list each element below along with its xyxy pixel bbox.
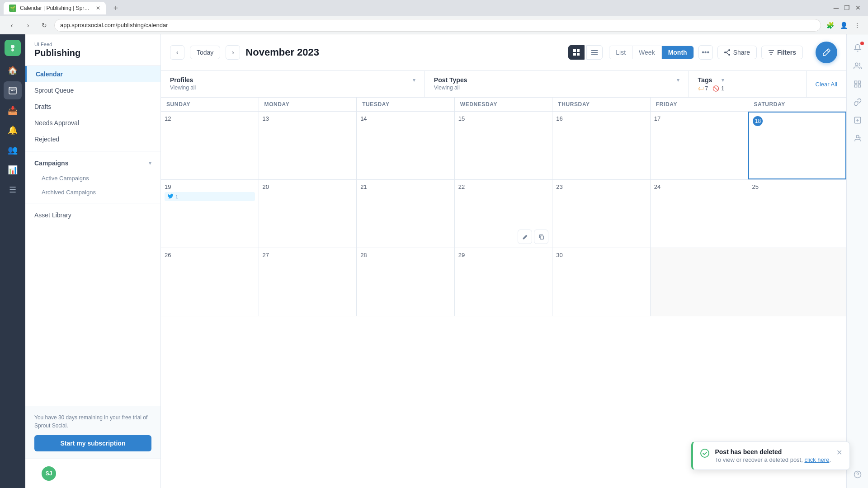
cell-date-24: 24 [654,183,745,190]
calendar-cell-17[interactable]: 17 [651,112,749,179]
compose-button[interactable] [816,42,837,63]
calendar-cell-22[interactable]: 22 [455,180,553,248]
forward-button[interactable]: › [22,19,34,32]
calendar-cell-16[interactable]: 16 [552,112,651,179]
calendar-cell-20[interactable]: 20 [259,180,357,248]
nav-calendar-icon[interactable] [4,81,22,99]
profile-icon[interactable]: 👤 [838,20,849,31]
edit-post-button[interactable] [518,230,532,244]
address-bar[interactable]: app.sproutsocial.com/publishing/calendar [54,19,821,32]
right-panel-add-icon[interactable] [849,112,866,128]
copy-post-button[interactable] [534,230,548,244]
nav-home-icon[interactable]: 🏠 [4,61,22,80]
right-panel-help-icon[interactable] [849,466,866,483]
check-circle-icon [700,449,709,458]
more-options-button[interactable]: ••• [698,45,713,60]
nav-list-icon[interactable]: ☰ [4,181,22,199]
sidebar-item-sprout-queue[interactable]: Sprout Queue [25,82,160,99]
twitter-icon [167,193,174,200]
calendar-cell-14[interactable]: 14 [357,112,455,179]
nav-people-icon[interactable]: 👥 [4,141,22,159]
list-view-option[interactable]: List [609,46,632,59]
right-panel-user-icon[interactable] [849,130,866,146]
calendar-cell-30[interactable]: 30 [552,248,651,316]
user-avatar[interactable]: SJ [42,466,56,481]
toast-link[interactable]: click here [804,456,829,463]
nav-chart-icon[interactable]: 📊 [4,161,22,179]
sidebar-item-active-campaigns[interactable]: Active Campaigns [25,171,160,185]
calendar-cell-empty-2[interactable] [748,248,846,316]
right-panel-people-icon[interactable] [849,58,866,74]
calendar-cell-18[interactable]: 18 [748,112,846,179]
calendar-cell-24[interactable]: 24 [651,180,749,248]
sidebar-item-rejected[interactable]: Rejected [25,131,160,147]
calendar-cell-26[interactable]: 26 [161,248,259,316]
filter-row-inner: Profiles ▾ Viewing all Post Types ▾ View… [161,71,846,97]
nav-divider-2 [25,203,160,203]
extensions-icon[interactable]: 🧩 [825,20,835,31]
menu-icon[interactable]: ⋮ [852,20,863,31]
calendar-cell-empty-1[interactable] [651,248,749,316]
calendar-cell-28[interactable]: 28 [357,248,455,316]
calendar-cell-25[interactable]: 25 [748,180,846,248]
sidebar-item-asset-library[interactable]: Asset Library [25,207,160,223]
list-view-button[interactable] [586,45,603,60]
nav-bell-icon[interactable]: 🔔 [4,121,22,139]
sidebar-item-drafts[interactable]: Drafts [25,99,160,115]
calendar-cell-27[interactable]: 27 [259,248,357,316]
app-logo[interactable] [5,40,21,56]
next-month-button[interactable]: › [226,45,240,60]
calendar-cell-21[interactable]: 21 [357,180,455,248]
right-panel-link-icon[interactable] [849,94,866,110]
calendar-cell-12[interactable]: 12 [161,112,259,179]
browser-nav: ‹ › ↻ app.sproutsocial.com/publishing/ca… [0,16,868,34]
compose-icon [821,47,831,57]
sidebar-item-calendar[interactable]: Calendar [25,66,160,82]
start-subscription-button[interactable]: Start my subscription [34,435,151,451]
grid-view-button[interactable] [568,45,585,60]
calendar-cell-19[interactable]: 19 1 [161,180,259,248]
calendar-grid: Sunday Monday Tuesday Wednesday Thursday… [161,98,846,488]
refresh-button[interactable]: ↻ [38,19,51,32]
filters-button[interactable]: Filters [761,46,803,59]
close-button[interactable]: ✕ [855,4,861,12]
tag-chip-1: 🏷 7 [698,85,708,92]
tab-close-icon[interactable]: ✕ [96,5,100,11]
browser-tab[interactable]: 🌱 Calendar | Publishing | Sprout S... ✕ [4,2,106,14]
notifications-button[interactable] [849,40,866,56]
nav-inbox-icon[interactable]: 📥 [4,101,22,119]
minimize-button[interactable]: ─ [834,4,839,12]
calendar-cell-13[interactable]: 13 [259,112,357,179]
svg-rect-14 [591,54,598,55]
campaigns-section-header[interactable]: Campaigns ▾ [25,155,160,171]
sidebar-item-archived-campaigns[interactable]: Archived Campaigns [25,185,160,199]
share-button[interactable]: Share [717,46,757,59]
grid-icon [854,80,862,88]
post-types-filter[interactable]: Post Types ▾ Viewing all [425,71,689,97]
tags-filter[interactable]: Tags ▾ 🏷 7 🚫 1 [689,71,807,97]
calendar-toolbar: ‹ Today › November 2023 List Week Month [161,34,846,71]
today-button[interactable]: Today [190,46,220,59]
right-panel-grid-icon[interactable] [849,76,866,92]
svg-rect-28 [854,85,857,87]
svg-rect-9 [577,49,580,52]
clear-all-button[interactable]: Clear All [816,81,837,88]
calendar-days-header: Sunday Monday Tuesday Wednesday Thursday… [161,98,846,112]
prev-month-button[interactable]: ‹ [170,45,184,60]
toast-close-button[interactable]: ✕ [836,448,842,457]
back-button[interactable]: ‹ [5,19,18,32]
profiles-filter[interactable]: Profiles ▾ Viewing all [161,71,425,97]
sidebar-item-needs-approval[interactable]: Needs Approval [25,115,160,131]
drafts-nav-label: Drafts [34,103,51,110]
maximize-button[interactable]: ❐ [844,4,850,12]
twitter-post-chip[interactable]: 1 [165,192,255,201]
svg-rect-27 [858,81,860,83]
rejected-nav-label: Rejected [34,136,59,143]
campaigns-title: Campaigns [34,160,149,167]
new-tab-button[interactable]: + [109,2,122,14]
calendar-cell-15[interactable]: 15 [455,112,553,179]
month-view-option[interactable]: Month [661,46,693,59]
week-view-option[interactable]: Week [632,46,661,59]
calendar-cell-23[interactable]: 23 [552,180,651,248]
calendar-cell-29[interactable]: 29 [455,248,553,316]
